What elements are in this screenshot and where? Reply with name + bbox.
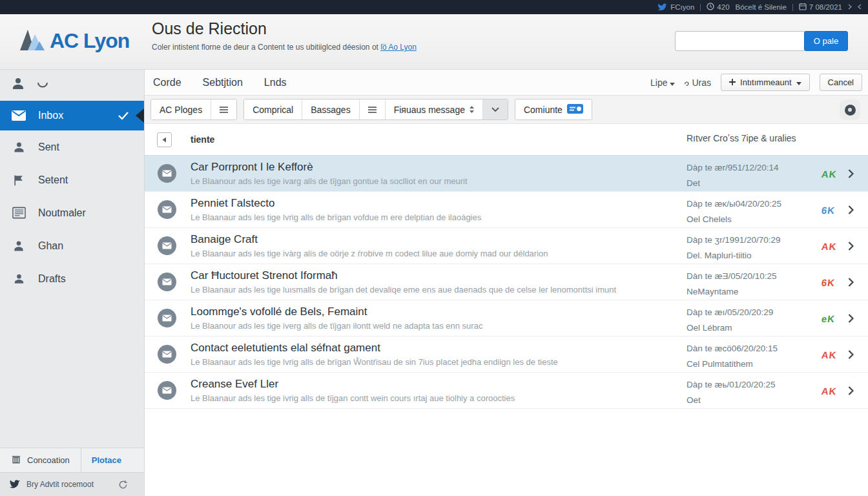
filter-ac-ploges[interactable]: AC Ploges	[151, 99, 211, 119]
status-badge: AK	[821, 349, 838, 360]
sidebar-item-ghan[interactable]: Ghan	[0, 229, 144, 262]
email-row[interactable]: Loommge's vofollé de Bels, Femaint Le Bl…	[145, 300, 868, 336]
email-title: Car Ħuctouret Strenot Iformaħ	[191, 269, 662, 282]
email-recipient: Oel Chelels	[687, 212, 781, 227]
email-title: Penniet Γalstecto	[191, 197, 662, 210]
email-date: Dàp te æĸ/ы04/20/20:25	[687, 196, 781, 212]
tab-lnds[interactable]: Lnds	[264, 77, 287, 88]
sort-updown-icon	[470, 105, 474, 115]
chevron-right-icon[interactable]	[848, 205, 854, 214]
smile-icon	[37, 79, 48, 90]
sidebar-user[interactable]	[0, 70, 144, 99]
email-preview: Le Blaanaur ads les tige ivrig alls de t…	[191, 393, 662, 403]
chevron-right-icon[interactable]	[848, 350, 854, 359]
sidebar-footer: Bry Advtit rocemoot	[0, 472, 144, 496]
envelope-avatar-icon	[158, 345, 176, 364]
list-header: tiente Rıtver Croʼss 7ipe & uralies	[145, 124, 868, 155]
target-button[interactable]	[840, 99, 860, 120]
chevron-right-icon[interactable]	[848, 169, 854, 178]
concoation-label: Concoation	[27, 455, 70, 465]
envelope-avatar-icon	[158, 273, 176, 291]
topbar-brand-item: FCıyon	[657, 3, 694, 12]
plotace-link[interactable]: Plotace	[81, 455, 132, 465]
email-date: Dàn te æƎ/05/20/10:25	[687, 269, 777, 284]
ac-lyon-logo[interactable]: AC Lyon	[19, 27, 129, 54]
chevron-right-icon[interactable]	[848, 3, 852, 11]
email-preview: Le Blaanaur ads les tige ivàrg alis de o…	[191, 249, 662, 258]
sidebar-item-label: Inbox	[38, 110, 63, 121]
sidebar-item-noutmaler[interactable]: Noutmaler	[0, 196, 144, 229]
email-row[interactable]: Contact eeletutients elal séfnat gament …	[145, 336, 868, 372]
email-title: Creanse Evef Ller	[191, 378, 662, 391]
email-date: Dàp te æı/05/20/20:29	[687, 305, 773, 320]
email-row[interactable]: Car Ħuctouret Strenot Iformaħ Le Blaanau…	[145, 264, 868, 300]
envelope-avatar-icon	[158, 381, 176, 400]
email-row[interactable]: Car Porrpront I le Kefforè Le Blaanour a…	[145, 155, 868, 191]
main-content: Corde Sebtjtion Lnds Lipe Uras Intıtımme…	[145, 70, 868, 496]
person-icon	[10, 273, 27, 285]
sidebar-item-drafts[interactable]: Drafts	[0, 262, 144, 295]
twitter-icon[interactable]	[9, 479, 20, 490]
intumeaunt-button[interactable]: Intıtımmeaunt	[721, 74, 809, 91]
sidebar-item-sent[interactable]: Sent	[0, 130, 144, 163]
cancel-button[interactable]: Cancel	[820, 74, 862, 91]
status-badge: AK	[821, 168, 838, 179]
filter-group-ploges: AC Ploges	[150, 99, 237, 120]
email-date: Dàp te ʒr/1991/20/70:29	[687, 232, 780, 248]
page-header: AC Lyon Ous de Riection Coler intistent …	[0, 14, 868, 70]
email-preview: Le Blaanaur ads les tige lvrig alls de b…	[191, 357, 662, 367]
subtitle-link[interactable]: ſö Ao Lyon	[380, 43, 417, 52]
email-meta: Dàp te æĸ/ы04/20/20:25 Oel Chelels	[687, 196, 781, 227]
filter-bassages[interactable]: Bassages	[302, 99, 358, 119]
email-row[interactable]: Penniet Γalstecto Le Blaanaur ads les ti…	[145, 191, 868, 227]
search-button[interactable]: O pale	[804, 31, 848, 51]
tab-corde[interactable]: Corde	[153, 77, 181, 88]
email-recipient: NeMayntame	[687, 284, 777, 300]
hamburger-menu-button[interactable]	[359, 99, 385, 119]
tabs: Corde Sebtjtion Lnds	[153, 77, 287, 88]
email-text: Creanse Evef Ller Le Blaanaur ads les ti…	[191, 378, 662, 403]
dropdown-expand-button[interactable]	[482, 99, 508, 119]
email-preview: Le Blaanaur ads les tige luısmalls de br…	[191, 285, 662, 294]
topbar-divider	[792, 4, 793, 11]
sidebar-item-setent[interactable]: Setent	[0, 163, 144, 196]
list-header-title: tiente	[191, 134, 214, 145]
email-title: Loommge's vofollé de Bels, Femaint	[191, 305, 662, 318]
subtitle-text: Coler intistent florne de deur a Content…	[152, 43, 378, 52]
status-badge: eK	[821, 313, 836, 324]
envelope-avatar-icon	[158, 309, 176, 327]
status-badge: AK	[821, 385, 838, 396]
email-row[interactable]: Banaige Craft Le Blaanaur ads les tige i…	[145, 227, 868, 264]
flag-icon	[10, 174, 27, 187]
hamburger-menu-button[interactable]	[211, 99, 236, 119]
search-input[interactable]	[675, 31, 805, 51]
topbar-clock-item: 420	[707, 3, 729, 12]
sidebar-item-label: Setent	[38, 174, 68, 186]
chevron-right-icon[interactable]	[848, 278, 854, 287]
chevron-right-icon[interactable]	[848, 242, 854, 251]
refresh-icon[interactable]	[118, 480, 128, 490]
sort-toggle-button[interactable]	[157, 132, 172, 147]
filter-comprical[interactable]: Comprical	[244, 99, 302, 119]
email-text: Loommge's vofollé de Bels, Femaint Le Bl…	[191, 305, 662, 331]
comiunte-label: Comiunte	[524, 105, 563, 115]
topbar-clock: 420	[717, 3, 729, 11]
email-meta: Dàp te ær/951/12/20:14 Det	[687, 160, 779, 191]
sidebar-item-label: Ghan	[38, 240, 63, 252]
chevron-left-icon[interactable]	[858, 3, 862, 11]
sidebar-item-label: Sent	[38, 141, 59, 153]
lipe-dropdown[interactable]: Lipe	[650, 78, 675, 88]
concoation-button[interactable]: Concoation	[0, 448, 81, 472]
comiunte-button[interactable]: Comiunte	[515, 99, 592, 119]
email-recipient: Oel Lébram	[687, 320, 773, 336]
chevron-right-icon[interactable]	[848, 314, 854, 323]
sidebar-item-label: Noutmaler	[38, 207, 86, 219]
sidebar-item-inbox[interactable]: Inbox	[0, 101, 144, 130]
chevron-right-icon[interactable]	[848, 386, 854, 395]
tab-sebtjtion[interactable]: Sebtjtion	[203, 77, 243, 88]
uras-link[interactable]: Uras	[685, 78, 711, 88]
email-row[interactable]: Creanse Evef Ller Le Blaanaur ads les ti…	[145, 372, 868, 408]
caret-down-icon	[670, 78, 675, 88]
check-icon	[118, 112, 129, 119]
filter-message-dropdown[interactable]: Fiяuaus message	[385, 99, 482, 119]
